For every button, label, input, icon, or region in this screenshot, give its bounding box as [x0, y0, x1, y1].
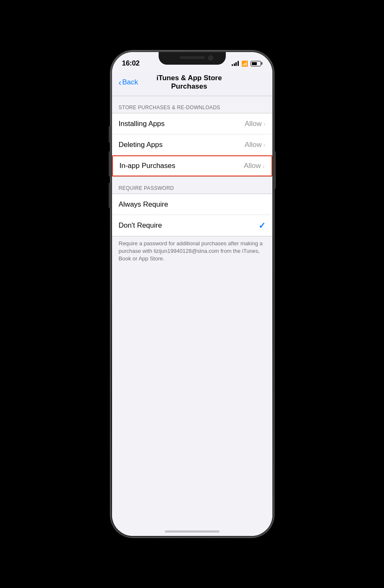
installing-apps-label: Installing Apps [119, 120, 165, 128]
section1-header: STORE PURCHASES & RE-DOWNLOADS [112, 96, 272, 113]
power-button[interactable] [274, 151, 276, 189]
footer-note: Require a password for additional purcha… [112, 236, 272, 270]
deleting-apps-value: Allow › [245, 141, 266, 149]
section2-group: Always Require Don't Require ✓ [112, 194, 272, 236]
wifi-icon: 📶 [241, 60, 248, 67]
status-icons: 📶 [232, 60, 262, 67]
settings-content: STORE PURCHASES & RE-DOWNLOADS Installin… [112, 96, 272, 536]
status-time: 16:02 [122, 59, 140, 68]
inapp-purchases-label: In-app Purchases [120, 162, 175, 170]
always-require-row[interactable]: Always Require [112, 194, 272, 215]
back-button[interactable]: ‹ Back [119, 78, 138, 87]
screen-content: 16:02 📶 [112, 52, 272, 536]
camera [208, 55, 213, 60]
home-indicator[interactable] [165, 530, 219, 533]
inapp-purchases-value-text: Allow [244, 162, 261, 170]
speaker [180, 56, 205, 59]
dont-require-row[interactable]: Don't Require ✓ [112, 215, 272, 236]
inapp-purchases-row[interactable]: In-app Purchases Allow › [112, 155, 272, 176]
section2-header: REQUIRE PASSWORD [112, 177, 272, 194]
deleting-apps-chevron-icon: › [264, 141, 266, 148]
dont-require-label: Don't Require [119, 221, 162, 230]
deleting-apps-row[interactable]: Deleting Apps Allow › [112, 134, 272, 155]
deleting-apps-label: Deleting Apps [119, 141, 163, 149]
volume-down-button[interactable] [109, 183, 110, 208]
back-chevron-icon: ‹ [119, 78, 122, 87]
inapp-purchases-chevron-icon: › [263, 163, 265, 170]
page-title: iTunes & App Store Purchases [138, 74, 240, 91]
inapp-purchases-value: Allow › [244, 162, 265, 170]
nav-bar: ‹ Back iTunes & App Store Purchases [112, 72, 272, 96]
volume-up-button[interactable] [109, 151, 110, 176]
notch [159, 52, 226, 65]
deleting-apps-value-text: Allow [245, 141, 262, 149]
always-require-label: Always Require [119, 200, 168, 209]
installing-apps-value: Allow › [245, 120, 266, 128]
installing-apps-chevron-icon: › [264, 120, 266, 127]
installing-apps-row[interactable]: Installing Apps Allow › [112, 113, 272, 134]
phone-screen: 16:02 📶 [112, 52, 272, 536]
signal-icon [232, 61, 239, 66]
back-label: Back [122, 78, 138, 87]
section1-group: Installing Apps Allow › Deleting Apps Al… [112, 113, 272, 177]
phone-frame: 16:02 📶 [110, 50, 274, 538]
installing-apps-value-text: Allow [245, 120, 262, 128]
checkmark-icon: ✓ [259, 220, 266, 231]
battery-icon [251, 61, 262, 66]
